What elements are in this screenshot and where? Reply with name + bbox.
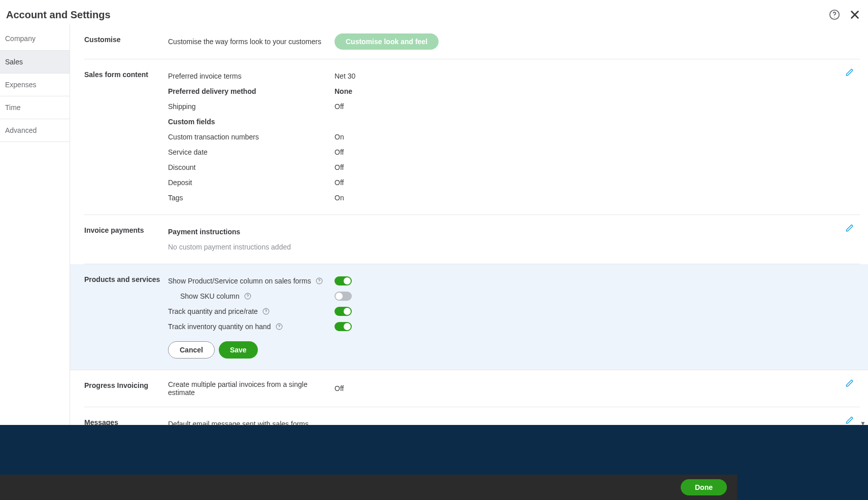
payment-instructions-heading: Payment instructions — [168, 228, 335, 236]
help-icon[interactable] — [275, 323, 283, 331]
section-progress-invoicing: Progress Invoicing Create multiple parti… — [84, 370, 860, 407]
row-value: Net 30 — [335, 72, 355, 80]
edit-icon[interactable] — [845, 415, 855, 425]
help-icon[interactable] — [827, 8, 842, 22]
row-value: Off — [335, 178, 344, 187]
chevron-down-icon[interactable]: ▼ — [860, 420, 866, 425]
row-label: Deposit — [168, 178, 335, 187]
sidebar: Company Sales Expenses Time Advanced — [0, 24, 70, 425]
section-title: Progress Invoicing — [84, 379, 168, 398]
row-label: Create multiple partial invoices from a … — [168, 380, 335, 397]
section-title: Customise — [84, 33, 168, 50]
payment-instructions-subtext: No custom payment instructions added — [168, 243, 291, 251]
toggle-show-product-column[interactable] — [335, 276, 352, 285]
toggle-track-inventory[interactable] — [335, 322, 352, 331]
row-value: None — [335, 87, 352, 95]
footer-bar: Done — [0, 475, 737, 500]
customise-look-button[interactable]: Customise look and feel — [335, 33, 439, 50]
svg-point-5 — [319, 282, 319, 283]
edit-icon[interactable] — [845, 378, 855, 388]
row-label: Preferred invoice terms — [168, 72, 335, 80]
page-title: Account and Settings — [6, 9, 111, 21]
help-icon[interactable] — [244, 292, 252, 300]
sidebar-item-company[interactable]: Company — [0, 27, 70, 50]
help-icon[interactable] — [315, 277, 323, 285]
sidebar-item-sales[interactable]: Sales — [0, 50, 70, 74]
edit-icon[interactable] — [845, 67, 855, 78]
close-icon[interactable] — [848, 8, 862, 22]
row-value: On — [335, 133, 344, 141]
row-label: Tags — [168, 194, 335, 202]
section-title: Invoice payments — [84, 224, 168, 255]
content-scroll[interactable]: Customise Customise the way forms look t… — [70, 24, 868, 425]
row-label: Service date — [168, 148, 335, 156]
row-value: On — [335, 194, 344, 202]
toggle-show-sku[interactable] — [335, 292, 352, 301]
sidebar-item-expenses[interactable]: Expenses — [0, 74, 70, 96]
section-title: Sales form content — [84, 68, 168, 205]
help-icon[interactable] — [262, 307, 270, 315]
sidebar-item-time[interactable]: Time — [0, 96, 70, 119]
row-label: Shipping — [168, 102, 335, 111]
section-customise: Customise Customise the way forms look t… — [84, 24, 860, 59]
section-messages: Messages Default email message sent with… — [84, 407, 860, 425]
svg-point-1 — [834, 17, 834, 17]
row-value: Off — [335, 102, 344, 111]
cancel-button[interactable]: Cancel — [168, 341, 215, 359]
save-button[interactable]: Save — [219, 341, 258, 359]
row-label: Track inventory quantity on hand — [168, 323, 335, 331]
section-title: Messages — [84, 416, 168, 425]
svg-point-11 — [279, 328, 279, 329]
row-label: Preferred delivery method — [168, 87, 335, 95]
edit-icon[interactable] — [845, 223, 855, 233]
section-products-services: Products and services Show Product/Servi… — [70, 264, 868, 370]
section-sales-form: Sales form content Preferred invoice ter… — [84, 59, 860, 215]
customise-description: Customise the way forms look to your cus… — [168, 38, 335, 46]
svg-point-9 — [265, 313, 266, 313]
section-title: Products and services — [84, 273, 168, 359]
sidebar-item-advanced[interactable]: Advanced — [0, 119, 70, 142]
subheading-custom-fields: Custom fields — [168, 118, 335, 126]
row-label: Show SKU column — [168, 292, 335, 300]
section-invoice-payments: Invoice payments Payment instructions No… — [84, 215, 860, 264]
row-value: Off — [335, 163, 344, 171]
done-button[interactable]: Done — [681, 479, 727, 495]
row-label: Default email message sent with sales fo… — [168, 420, 309, 425]
svg-point-7 — [247, 298, 248, 298]
row-value: Off — [335, 384, 344, 392]
row-label: Track quantity and price/rate — [168, 307, 335, 315]
row-value: Off — [335, 148, 344, 156]
toggle-track-qty[interactable] — [335, 307, 352, 316]
row-label: Show Product/Service column on sales for… — [168, 277, 335, 285]
row-label: Discount — [168, 163, 335, 171]
header: Account and Settings — [0, 0, 868, 24]
row-label: Custom transaction numbers — [168, 133, 335, 141]
